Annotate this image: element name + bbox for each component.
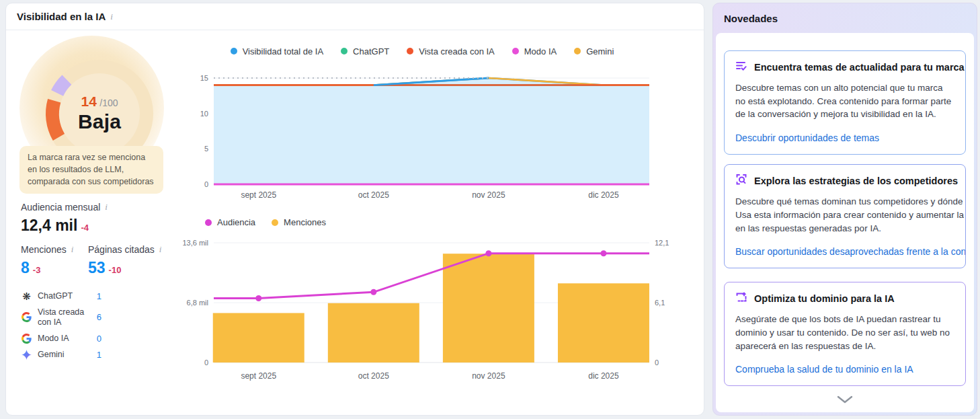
news-card-body: Descubre qué temas dominan tus competido…: [735, 195, 964, 235]
svg-text:12,1: 12,1: [655, 239, 669, 247]
info-icon[interactable]: i: [71, 244, 74, 255]
mentions-value[interactable]: 8: [21, 259, 30, 277]
platform-value[interactable]: 1: [97, 291, 101, 301]
check-domain-health-link[interactable]: Comprueba la salud de tu dominio en la I…: [735, 364, 913, 375]
cited-pages-delta: -10: [109, 265, 122, 275]
info-icon[interactable]: i: [110, 11, 113, 22]
audience-label: Audiencia mensual: [21, 202, 100, 213]
gauge-label: Baja: [39, 110, 160, 133]
platform-value[interactable]: 0: [97, 334, 101, 344]
svg-text:0: 0: [655, 358, 659, 367]
discover-topic-opportunities-link[interactable]: Descubrir oportunidades de temas: [735, 132, 879, 143]
list-item: Vista creada con IA 6: [21, 307, 101, 328]
mentions-label: Menciones: [21, 244, 67, 255]
legend-dot-icon: [272, 219, 278, 226]
svg-text:dic 2025: dic 2025: [588, 190, 619, 200]
legend-dot-icon: [574, 48, 581, 54]
news-card-body: Asegúrate de que los bots de IA puedan r…: [735, 313, 954, 352]
find-untapped-opportunities-link[interactable]: Buscar oportunidades desaprovechadas fre…: [735, 246, 966, 257]
body-line: en las respuestas generadas por IA.: [735, 222, 964, 235]
platform-value[interactable]: 1: [97, 350, 101, 360]
domain-optimize-icon: [735, 291, 747, 306]
news-card-title: Encuentra temas de actualidad para tu ma…: [754, 62, 965, 73]
legend-item[interactable]: Modo IA: [512, 46, 557, 56]
news-card-domain: Optimiza tu dominio para la IA Asegúrate…: [724, 282, 966, 386]
svg-text:5: 5: [204, 145, 208, 153]
gauge-purple-segment: [57, 80, 67, 93]
legend-dot-icon: [512, 48, 519, 54]
svg-text:6,1: 6,1: [655, 299, 665, 307]
legend-label: ChatGPT: [353, 46, 389, 56]
card-header: Visibilidad en la IA i: [6, 3, 704, 30]
news-card-body: Descubre temas con un alto potencial que…: [735, 81, 954, 121]
news-panel: Novedades Encuentra temas de actualidad …: [712, 3, 977, 416]
news-panel-body: Encuentra temas de actualidad para tu ma…: [716, 33, 974, 412]
legend-label: Modo IA: [524, 46, 557, 56]
legend-item[interactable]: Visibilidad total de IA: [231, 46, 323, 56]
legend-dot-icon: [231, 48, 237, 54]
legend-dot-icon: [341, 48, 348, 54]
chevron-down-icon[interactable]: [835, 395, 854, 407]
google-icon: [21, 312, 32, 322]
svg-text:nov 2025: nov 2025: [472, 190, 505, 200]
info-icon[interactable]: i: [159, 244, 162, 255]
platform-list: ❋ ChatGPT 1 Vista creada con IA 6 Modo I…: [21, 291, 101, 366]
platform-name: ChatGPT: [38, 291, 86, 301]
news-card-title: Explora las estrategias de los competido…: [754, 176, 958, 186]
legend-label: Gemini: [586, 46, 614, 56]
legend-item[interactable]: Vista creada con IA: [407, 46, 495, 56]
chatgpt-icon: ❋: [21, 291, 32, 301]
mentions-stat: Mencionesi 8 -3: [21, 244, 73, 277]
list-item: ❋ ChatGPT 1: [21, 291, 101, 301]
cited-pages-value[interactable]: 53: [88, 259, 106, 277]
legend-label: Vista creada con IA: [419, 46, 495, 56]
topics-list-check-icon: [735, 60, 747, 75]
svg-text:0: 0: [204, 358, 208, 367]
legend-label: Menciones: [284, 217, 326, 227]
svg-text:oct 2025: oct 2025: [358, 190, 389, 200]
platform-name: Gemini: [38, 350, 86, 360]
platform-name: Modo IA: [38, 334, 86, 344]
ai-visibility-card: Visibilidad en la IA i 14 /100 Baja La m…: [5, 3, 704, 416]
svg-text:dic 2025: dic 2025: [588, 371, 619, 381]
platform-name: Vista creada con IA: [38, 307, 86, 328]
mentions-delta: -3: [33, 265, 41, 275]
gauge-max: /100: [99, 98, 118, 108]
gauge-readout: 14 /100 Baja: [39, 93, 160, 133]
info-icon[interactable]: i: [105, 202, 108, 213]
svg-text:sept 2025: sept 2025: [241, 190, 276, 200]
svg-text:13,6 mil: 13,6 mil: [182, 239, 208, 247]
google-icon: [21, 334, 32, 344]
news-panel-title: Novedades: [724, 13, 778, 24]
legend-item[interactable]: Menciones: [272, 217, 326, 227]
svg-text:0: 0: [204, 180, 208, 188]
gauge-description: La marca rara vez se menciona en los res…: [19, 146, 163, 194]
audience-mentions-chart[interactable]: 13,6 mil12,16,8 mil6,100sept 2025oct 202…: [180, 229, 680, 385]
gemini-icon: [21, 350, 32, 360]
visibility-trend-chart[interactable]: 051015sept 2025oct 2025nov 2025dic 2025: [194, 70, 651, 204]
svg-text:sept 2025: sept 2025: [241, 371, 276, 381]
visibility-chart-legend: Visibilidad total de IAChatGPTVista crea…: [194, 45, 651, 57]
list-item: Gemini 1: [21, 350, 101, 360]
legend-label: Audiencia: [217, 217, 255, 227]
platform-value[interactable]: 6: [97, 312, 101, 322]
legend-dot-icon: [205, 219, 212, 226]
audience-delta: -4: [81, 223, 89, 233]
news-card-topics: Encuentra temas de actualidad para tu ma…: [724, 50, 966, 155]
cited-pages-label: Páginas citadas: [88, 244, 155, 255]
body-line: Usa esta información para crear contenid…: [735, 208, 964, 222]
legend-dot-icon: [407, 48, 413, 54]
svg-text:6,8 mil: 6,8 mil: [187, 299, 208, 307]
svg-text:nov 2025: nov 2025: [472, 371, 505, 381]
gauge-score: 14: [81, 93, 96, 109]
news-card-competitors: Explora las estrategias de los competido…: [724, 164, 966, 268]
cited-pages-stat: Páginas citadasi 53 -10: [88, 244, 161, 277]
svg-text:15: 15: [200, 74, 208, 82]
audience-mentions-legend: AudienciaMenciones: [205, 217, 326, 227]
news-card-title: Optimiza tu dominio para la IA: [754, 293, 895, 304]
body-line: Descubre qué temas dominan tus competido…: [735, 195, 964, 208]
legend-label: Visibilidad total de IA: [243, 46, 323, 56]
legend-item[interactable]: Audiencia: [205, 217, 255, 227]
legend-item[interactable]: ChatGPT: [341, 46, 389, 56]
legend-item[interactable]: Gemini: [574, 46, 614, 56]
